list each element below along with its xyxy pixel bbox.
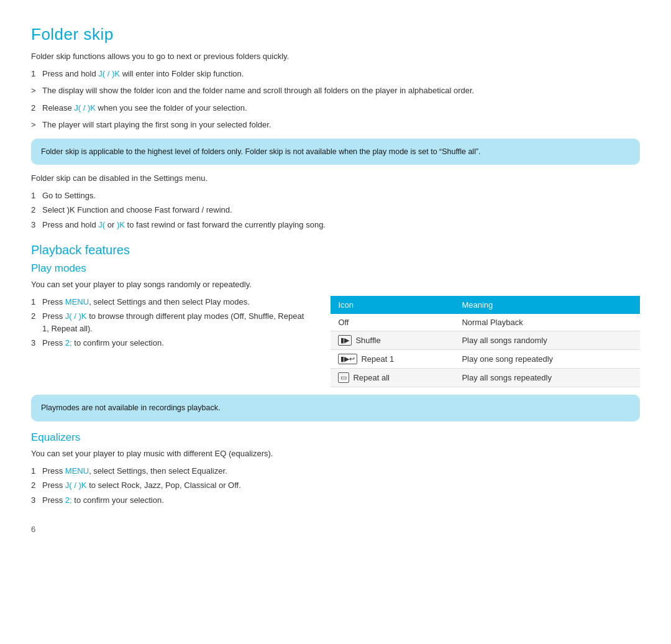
equalizers-intro: You can set your player to play music wi… xyxy=(31,448,640,460)
table-row: Off Normal Playback xyxy=(331,314,640,331)
folder-skip-title: Folder skip xyxy=(31,25,640,44)
arrow-item-1: The display will show the folder icon an… xyxy=(31,85,640,97)
meaning-off: Normal Playback xyxy=(454,314,640,331)
equalizers-subtitle: Equalizers xyxy=(31,431,640,444)
shuffle-icon: ▮▶ xyxy=(338,335,352,346)
meaning-shuffle: Play all songs randomly xyxy=(454,331,640,349)
equalizers-subsection: Equalizers You can set your player to pl… xyxy=(31,431,640,506)
arrow-item-2: The player will start playing the first … xyxy=(31,119,640,131)
folder-skip-section: Folder skip Folder skip functions allows… xyxy=(31,25,640,231)
page-footer: 6 xyxy=(31,525,640,534)
folder-skip-intro: Folder skip functions allows you to go t… xyxy=(31,50,640,63)
meaning-repeat1: Play one song repeatedly xyxy=(454,349,640,368)
play-modes-steps: 1 Press MENU, select Settings and then s… xyxy=(31,296,312,388)
highlight-menu-1: MENU xyxy=(65,297,89,306)
shuffle-label: Shuffle xyxy=(355,336,380,345)
table-row: ▮▶↩ Repeat 1 Play one song repeatedly xyxy=(331,349,640,368)
disable-step-1: 1 Go to Settings. xyxy=(31,190,640,202)
highlight-jk-3: J( / )K xyxy=(65,311,87,321)
folder-skip-disable-text: Folder skip can be disabled in the Setti… xyxy=(31,172,640,185)
disable-step-2: 2 Select )K Function and choose Fast for… xyxy=(31,204,640,216)
meaning-repeatall: Play all songs repeatedly xyxy=(454,369,640,387)
disable-step-3: 3 Press and hold J( or )K to fast rewind… xyxy=(31,219,640,231)
icon-shuffle: ▮▶ Shuffle xyxy=(331,331,454,349)
repeatall-label: Repeat all xyxy=(353,373,390,382)
icon-off: Off xyxy=(331,314,454,331)
play-modes-table: Icon Meaning Off Normal Playback ▮ xyxy=(331,296,640,388)
play-modes-infobox: Playmodes are not available in recording… xyxy=(31,395,640,421)
play-modes-intro: You can set your player to play songs ra… xyxy=(31,278,640,291)
step-1: 1 Press and hold J( / )K will enter into… xyxy=(31,68,640,80)
play-modes-subtitle: Play modes xyxy=(31,262,640,275)
highlight-2-2: 2; xyxy=(65,495,72,505)
play-mode-step-3: 3 Press 2; to confirm your selection. xyxy=(31,337,312,349)
icon-repeat1: ▮▶↩ Repeat 1 xyxy=(331,349,454,368)
playback-features-section: Playback features Play modes You can set… xyxy=(31,243,640,506)
step-2: 2 Release J( / )K when you see the folde… xyxy=(31,102,640,114)
play-mode-step-1: 1 Press MENU, select Settings and then s… xyxy=(31,296,312,308)
eq-step-1: 1 Press MENU, select Settings, then sele… xyxy=(31,465,640,477)
equalizers-steps: 1 Press MENU, select Settings, then sele… xyxy=(31,465,640,507)
repeat1-label: Repeat 1 xyxy=(361,354,394,364)
play-modes-layout: 1 Press MENU, select Settings and then s… xyxy=(31,296,640,388)
highlight-j: J( xyxy=(98,220,105,229)
page-number: 6 xyxy=(31,525,35,534)
folder-skip-steps-2: 2 Release J( / )K when you see the folde… xyxy=(31,102,640,114)
repeat1-icon: ▮▶↩ xyxy=(338,354,357,364)
folder-skip-infobox: Folder skip is applicable to the highest… xyxy=(31,139,640,165)
folder-skip-arrow-1: The display will show the folder icon an… xyxy=(31,85,640,97)
table-row: ▭ Repeat all Play all songs repeatedly xyxy=(331,369,640,387)
highlight-menu-2: MENU xyxy=(65,466,89,476)
highlight-k: )K xyxy=(117,220,125,229)
play-modes-subsection: Play modes You can set your player to pl… xyxy=(31,262,640,421)
folder-skip-disable-steps: 1 Go to Settings. 2 Select )K Function a… xyxy=(31,190,640,231)
table-header-icon: Icon xyxy=(331,296,454,314)
icon-repeatall: ▭ Repeat all xyxy=(331,369,454,387)
eq-step-2: 2 Press J( / )K to select Rock, Jazz, Po… xyxy=(31,479,640,492)
play-mode-step-2: 2 Press J( / )K to browse through differ… xyxy=(31,310,312,334)
highlight-jk-2: J( / )K xyxy=(74,103,96,113)
table-header-row: Icon Meaning xyxy=(331,296,640,314)
highlight-jk-1: J( / )K xyxy=(98,69,120,78)
eq-step-3: 3 Press 2; to confirm your selection. xyxy=(31,494,640,507)
table-header-meaning: Meaning xyxy=(454,296,640,314)
playback-features-title: Playback features xyxy=(31,243,640,257)
folder-skip-arrow-2: The player will start playing the first … xyxy=(31,119,640,131)
highlight-2-1: 2; xyxy=(65,338,72,347)
folder-skip-steps: 1 Press and hold J( / )K will enter into… xyxy=(31,68,640,80)
play-modes-table-container: Icon Meaning Off Normal Playback ▮ xyxy=(331,296,640,388)
table-row: ▮▶ Shuffle Play all songs randomly xyxy=(331,331,640,349)
repeatall-icon: ▭ xyxy=(338,372,349,383)
highlight-jk-4: J( / )K xyxy=(65,481,87,490)
